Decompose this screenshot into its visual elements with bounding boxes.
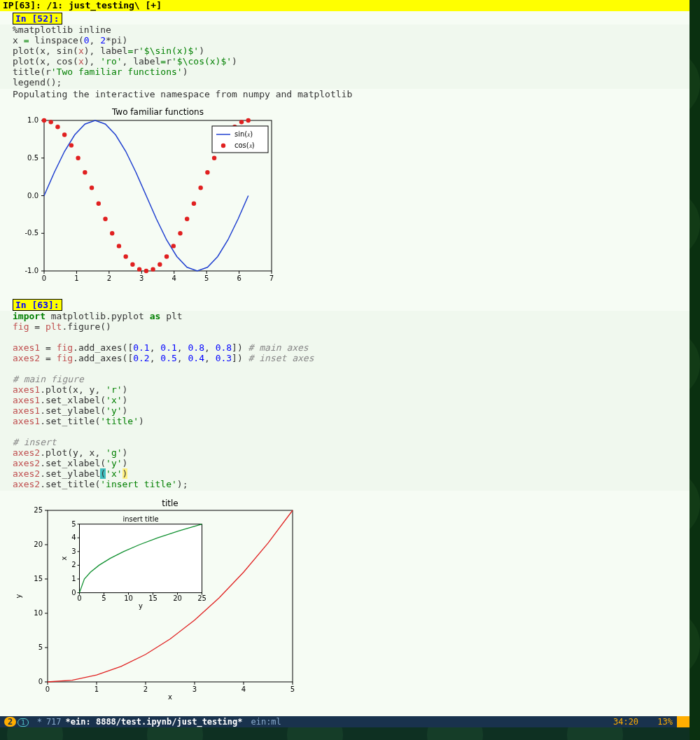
svg-text:4: 4 [71,533,76,541]
svg-point-57 [239,120,244,124]
cell-prompt-63[interactable]: In [63]: [13,299,62,311]
svg-point-38 [110,231,114,235]
chart-two-familiar-functions: 01234567-1.0-0.50.00.51.0Two familiar fu… [13,106,690,291]
status-badge-2: 1 [18,718,28,727]
cell-output-52: Populating the interactive namespace fro… [0,89,690,99]
svg-point-53 [212,156,216,160]
svg-point-43 [144,269,148,273]
svg-point-29 [49,120,53,124]
svg-text:15: 15 [148,594,158,602]
svg-text:1.0: 1.0 [27,116,38,124]
svg-text:10: 10 [34,609,43,617]
svg-text:25: 25 [197,594,206,602]
svg-text:7: 7 [270,274,274,282]
svg-text:title: title [162,498,178,508]
svg-text:-0.5: -0.5 [24,229,38,237]
svg-text:10: 10 [124,594,133,602]
status-mode: ein:ml [246,717,285,727]
svg-text:y: y [139,602,143,610]
status-cursor-pos: 34:20 [613,717,638,727]
svg-point-41 [130,263,134,267]
svg-text:25: 25 [34,506,43,514]
svg-point-47 [172,244,176,248]
titlebar-text: IP[63]: /1: just_testing\ [+] [3,0,162,11]
svg-text:20: 20 [34,540,43,548]
svg-point-40 [123,254,127,258]
svg-text:2: 2 [71,561,76,568]
svg-text:insert title: insert title [122,515,158,523]
svg-text:cos(𝑥): cos(𝑥) [234,141,255,149]
svg-text:6: 6 [237,274,241,282]
svg-point-39 [117,244,121,248]
svg-text:3: 3 [192,685,197,693]
svg-point-42 [137,267,141,271]
svg-point-46 [164,254,169,258]
svg-text:3: 3 [139,274,144,282]
svg-point-44 [150,267,155,271]
svg-point-37 [103,217,107,221]
svg-text:0: 0 [46,685,50,693]
svg-text:0: 0 [42,274,46,282]
svg-text:x: x [61,557,69,561]
svg-text:0: 0 [38,678,43,685]
status-line-number: 717 [46,717,62,727]
svg-point-33 [76,156,80,160]
svg-point-62 [221,144,225,148]
svg-text:5: 5 [71,520,76,528]
svg-text:sin(𝑥): sin(𝑥) [234,130,253,138]
chart-title-with-inset: 0123450510152025titlexy0510152025012345i… [13,498,690,703]
svg-point-34 [83,170,87,174]
svg-text:5: 5 [102,594,106,602]
svg-rect-92 [80,524,202,593]
svg-point-31 [62,132,66,137]
svg-point-30 [55,125,59,129]
svg-text:1: 1 [74,274,78,282]
svg-text:1: 1 [71,575,76,582]
svg-point-51 [198,186,202,190]
status-modified-icon: * [33,717,46,727]
svg-point-32 [69,143,74,147]
cell-prompt-52[interactable]: In [52]: [13,13,62,25]
window-titlebar: IP[63]: /1: just_testing\ [+] [0,0,690,11]
statusbar: 21 * 717 *ein: 8888/test.ipynb/just_test… [0,716,690,727]
svg-point-58 [246,118,251,123]
svg-text:4: 4 [172,274,176,282]
svg-text:1: 1 [94,685,99,693]
svg-text:4: 4 [241,685,246,693]
svg-text:y: y [15,594,22,598]
status-percent: 13% [657,717,673,727]
svg-text:3: 3 [71,547,76,555]
svg-text:x: x [168,693,172,701]
svg-text:5: 5 [204,274,209,282]
svg-text:2: 2 [107,274,111,282]
svg-text:0.5: 0.5 [27,154,38,162]
svg-text:0: 0 [71,589,76,596]
svg-point-45 [158,263,162,267]
svg-point-28 [42,118,46,123]
status-filename: *ein: 8888/test.ipynb/just_testing* [62,717,247,727]
status-end-block [677,716,690,727]
status-badge-1: 2 [4,717,16,727]
svg-text:5: 5 [290,685,295,693]
svg-text:0: 0 [77,594,81,602]
svg-text:2: 2 [144,685,148,693]
editor-window: IP[63]: /1: just_testing\ [+] In [52]: %… [0,0,690,716]
code-cell-52[interactable]: %matplotlib inline x = linspace(0, 2*pi)… [0,25,690,89]
svg-text:Two familiar functions: Two familiar functions [111,107,204,117]
svg-point-36 [97,202,101,206]
svg-point-48 [178,231,182,235]
svg-text:-1.0: -1.0 [24,267,38,274]
svg-text:20: 20 [173,594,182,602]
svg-text:15: 15 [34,575,43,582]
svg-text:0.0: 0.0 [27,192,38,200]
svg-point-49 [185,217,189,221]
svg-point-35 [90,186,94,190]
svg-text:5: 5 [38,643,43,651]
svg-point-52 [205,170,209,174]
svg-point-50 [192,202,196,206]
code-cell-63[interactable]: import matplotlib.pyplot as plt fig = pl… [0,311,690,491]
